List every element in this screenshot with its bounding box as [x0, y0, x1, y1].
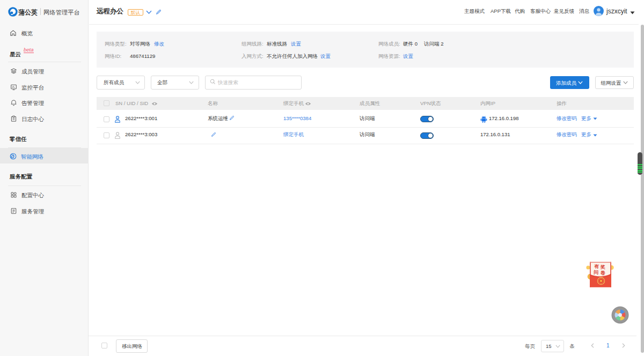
svg-text:奖: 奖 [600, 264, 605, 270]
svg-text:有: 有 [594, 264, 599, 269]
svg-text:卷: 卷 [600, 270, 605, 276]
svg-text:问: 问 [594, 270, 599, 275]
